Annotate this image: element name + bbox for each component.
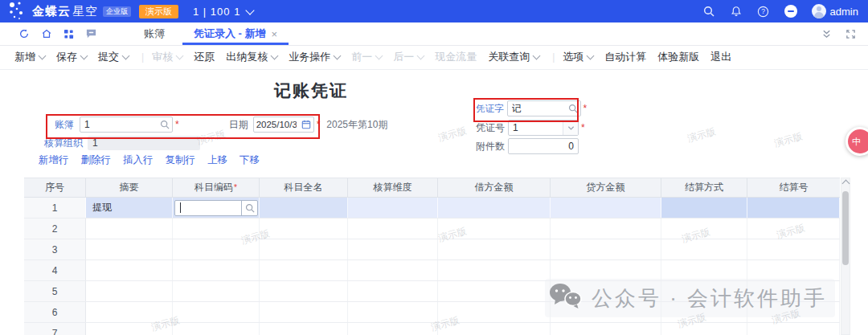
chevron-down-icon[interactable] [563, 121, 578, 135]
toolbar-button-auto-calculate[interactable]: 自动计算 [604, 50, 646, 64]
cell-account-code[interactable] [173, 198, 260, 218]
cell-account-name[interactable] [260, 323, 348, 335]
cell-account-code[interactable] [173, 239, 260, 259]
link-add-row[interactable]: 新增行 [39, 153, 69, 167]
cell-summary[interactable]: 提现 [86, 198, 173, 218]
cell-settle-no[interactable] [747, 219, 840, 239]
cell-settle-method[interactable] [661, 323, 747, 335]
cell-settle-method[interactable] [661, 260, 747, 280]
toolbar-button-restore[interactable]: 还原 [194, 50, 215, 64]
user-menu[interactable]: admin [812, 4, 858, 18]
voucher-word-label[interactable]: 凭证字 [476, 103, 504, 115]
search-icon[interactable] [241, 201, 257, 215]
cell-account-name[interactable] [260, 302, 348, 322]
cell-credit-amount[interactable] [551, 281, 661, 301]
cell-account-name[interactable] [260, 198, 348, 218]
toolbar-button-new[interactable]: 新增 [14, 50, 45, 64]
toolbar-button-cashier-review[interactable]: 出纳复核 [226, 50, 277, 64]
cell-settle-no[interactable] [747, 198, 840, 218]
cell-debit-amount[interactable] [438, 260, 551, 280]
cell-settle-method[interactable] [661, 239, 747, 259]
link-insert-row[interactable]: 插入行 [123, 153, 154, 167]
cell-summary[interactable] [86, 323, 173, 335]
toolbar-button-next[interactable]: 后一 [393, 50, 424, 64]
toolbar-button-submit[interactable]: 提交 [98, 50, 129, 64]
cell-account-code[interactable] [173, 219, 260, 239]
org-switcher[interactable]: 1 | 100 1 [193, 6, 240, 18]
cell-seq[interactable]: 4 [24, 260, 86, 280]
toolbar-button-related-query[interactable]: 关联查询 [488, 50, 539, 64]
cell-seq[interactable]: 6 [24, 302, 86, 322]
calendar-icon[interactable] [299, 117, 313, 132]
help-icon[interactable]: ? [757, 5, 770, 18]
cell-summary[interactable] [86, 302, 173, 322]
cell-debit-amount[interactable] [438, 281, 551, 301]
cell-settle-method[interactable] [661, 302, 747, 322]
cell-settle-method[interactable] [661, 198, 747, 218]
toolbar-button-options[interactable]: 选项 [563, 50, 593, 64]
link-delete-row[interactable]: 删除行 [81, 153, 112, 167]
cell-summary[interactable] [86, 260, 173, 280]
cell-account-name[interactable] [260, 219, 348, 239]
cell-account-code[interactable] [173, 302, 260, 322]
chevron-down-icon[interactable] [246, 6, 255, 14]
cell-settle-method[interactable] [661, 281, 747, 301]
cell-seq[interactable]: 5 [24, 281, 86, 301]
cell-dimension[interactable] [348, 198, 438, 218]
cell-seq[interactable]: 1 [24, 198, 86, 218]
toolbar-button-exit[interactable]: 退出 [710, 50, 731, 64]
close-icon[interactable]: × [272, 28, 278, 40]
cell-account-code[interactable] [173, 323, 260, 335]
home-icon[interactable] [40, 28, 52, 40]
cell-credit-amount[interactable] [551, 260, 661, 280]
cell-account-name[interactable] [260, 281, 348, 301]
cell-settle-no[interactable] [747, 260, 840, 280]
account-code-input-box[interactable] [174, 200, 258, 216]
cell-debit-amount[interactable] [438, 302, 551, 322]
tab-voucher-entry[interactable]: 凭证录入 - 新增× [179, 22, 292, 45]
cell-dimension[interactable] [348, 239, 438, 259]
bell-icon[interactable] [730, 5, 743, 18]
cell-settle-method[interactable] [661, 219, 747, 239]
toolbar-button-previous[interactable]: 前一 [351, 50, 382, 64]
toolbar-button-save[interactable]: 保存 [56, 50, 87, 64]
fullscreen-icon[interactable] [845, 28, 857, 40]
link-move-down[interactable]: 下移 [240, 153, 260, 167]
cell-settle-no[interactable] [747, 323, 840, 335]
cell-account-name[interactable] [260, 239, 348, 259]
cell-account-code[interactable] [173, 260, 260, 280]
search-icon[interactable] [566, 101, 580, 116]
refresh-icon[interactable] [18, 28, 30, 40]
scrollbar-thumb[interactable] [842, 191, 849, 265]
toolbar-button-business-operation[interactable]: 业务操作 [289, 50, 340, 64]
search-icon[interactable] [702, 5, 715, 18]
cell-credit-amount[interactable] [551, 198, 661, 218]
cell-settle-no[interactable] [747, 281, 840, 301]
scroll-up-icon[interactable] [842, 180, 850, 188]
cell-debit-amount[interactable] [438, 219, 551, 239]
ledger-input[interactable] [80, 119, 158, 130]
cell-seq[interactable]: 3 [24, 239, 86, 259]
attachment-input[interactable] [509, 141, 578, 152]
cell-account-code[interactable] [173, 281, 260, 301]
cell-dimension[interactable] [348, 219, 438, 239]
toolbar-button-audit[interactable]: 审核 [152, 50, 182, 64]
link-copy-row[interactable]: 复制行 [166, 153, 196, 167]
cell-dimension[interactable] [348, 260, 438, 280]
cell-settle-no[interactable] [747, 302, 840, 322]
cell-dimension[interactable] [348, 302, 438, 322]
cell-seq[interactable]: 7 [24, 323, 86, 335]
link-move-up[interactable]: 上移 [207, 153, 227, 167]
cell-credit-amount[interactable] [551, 323, 661, 335]
cell-summary[interactable] [86, 219, 173, 239]
cell-account-name[interactable] [260, 260, 348, 280]
ledger-label[interactable]: 账簿 [55, 118, 74, 132]
cell-summary[interactable] [86, 239, 173, 259]
org-label[interactable]: 核算组织 [44, 137, 83, 150]
cell-dimension[interactable] [348, 281, 438, 301]
cell-summary[interactable] [86, 281, 173, 301]
cell-dimension[interactable] [348, 323, 438, 335]
cell-settle-no[interactable] [747, 239, 840, 259]
cell-debit-amount[interactable] [438, 323, 551, 335]
search-icon[interactable] [158, 117, 172, 132]
